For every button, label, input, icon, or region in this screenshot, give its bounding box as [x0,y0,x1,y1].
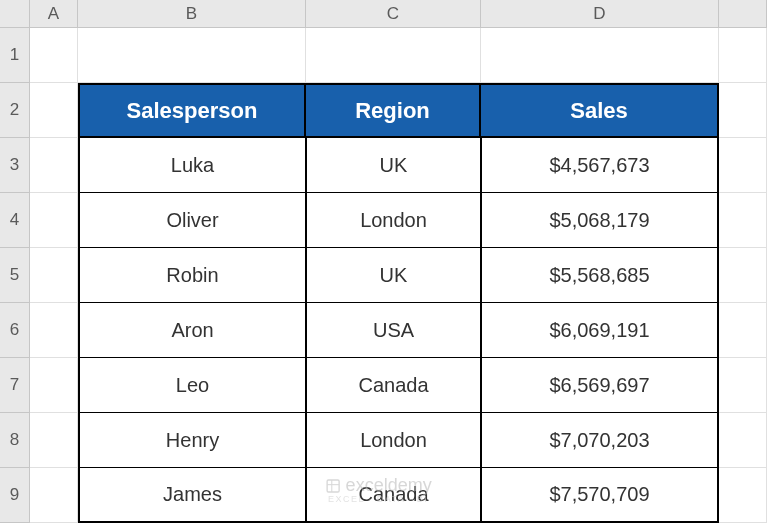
cell-a4[interactable] [30,193,78,248]
spreadsheet-icon [325,478,341,494]
cell-d8[interactable]: $7,070,203 [481,413,719,468]
col-header-a[interactable]: A [30,0,78,28]
row-header-4[interactable]: 4 [0,193,30,248]
cell-e5[interactable] [719,248,767,303]
cell-b7[interactable]: Leo [78,358,306,413]
row-header-5[interactable]: 5 [0,248,30,303]
row-header-7[interactable]: 7 [0,358,30,413]
cell-d1[interactable] [481,28,719,83]
row-header-8[interactable]: 8 [0,413,30,468]
row-header-2[interactable]: 2 [0,83,30,138]
cell-b3[interactable]: Luka [78,138,306,193]
cell-d3[interactable]: $4,567,673 [481,138,719,193]
cell-a6[interactable] [30,303,78,358]
col-header-c[interactable]: C [306,0,481,28]
header-region[interactable]: Region [306,83,481,138]
cell-a7[interactable] [30,358,78,413]
cell-e6[interactable] [719,303,767,358]
cell-d5[interactable]: $5,568,685 [481,248,719,303]
cell-d7[interactable]: $6,569,697 [481,358,719,413]
cell-e1[interactable] [719,28,767,83]
row-header-6[interactable]: 6 [0,303,30,358]
watermark-text: exceldemy [346,475,432,496]
cell-b4[interactable]: Oliver [78,193,306,248]
col-header-e[interactable] [719,0,767,28]
cell-b9[interactable]: James [78,468,306,523]
cell-c7[interactable]: Canada [306,358,481,413]
svg-rect-0 [327,480,339,492]
cell-b6[interactable]: Aron [78,303,306,358]
cell-a2[interactable] [30,83,78,138]
cell-c5[interactable]: UK [306,248,481,303]
cell-d6[interactable]: $6,069,191 [481,303,719,358]
cell-b8[interactable]: Henry [78,413,306,468]
cell-c3[interactable]: UK [306,138,481,193]
cell-e4[interactable] [719,193,767,248]
cell-e9[interactable] [719,468,767,523]
row-header-9[interactable]: 9 [0,468,30,523]
header-salesperson[interactable]: Salesperson [78,83,306,138]
cell-e2[interactable] [719,83,767,138]
cell-c4[interactable]: London [306,193,481,248]
watermark: exceldemy EXCEL · DATA · BI [325,475,432,504]
cell-a5[interactable] [30,248,78,303]
cell-c6[interactable]: USA [306,303,481,358]
cell-e3[interactable] [719,138,767,193]
cell-b5[interactable]: Robin [78,248,306,303]
cell-a1[interactable] [30,28,78,83]
cell-b1[interactable] [78,28,306,83]
col-header-b[interactable]: B [78,0,306,28]
spreadsheet-grid: A B C D 1 2 Salesperson Region Sales 3 L… [0,0,767,523]
cell-e8[interactable] [719,413,767,468]
cell-d4[interactable]: $5,068,179 [481,193,719,248]
cell-a3[interactable] [30,138,78,193]
cell-c8[interactable]: London [306,413,481,468]
cell-d9[interactable]: $7,570,709 [481,468,719,523]
row-header-1[interactable]: 1 [0,28,30,83]
col-header-d[interactable]: D [481,0,719,28]
header-sales[interactable]: Sales [481,83,719,138]
cell-a9[interactable] [30,468,78,523]
cell-a8[interactable] [30,413,78,468]
row-header-3[interactable]: 3 [0,138,30,193]
cell-e7[interactable] [719,358,767,413]
corner-cell [0,0,30,28]
watermark-subtext: EXCEL · DATA · BI [328,494,428,504]
cell-c1[interactable] [306,28,481,83]
